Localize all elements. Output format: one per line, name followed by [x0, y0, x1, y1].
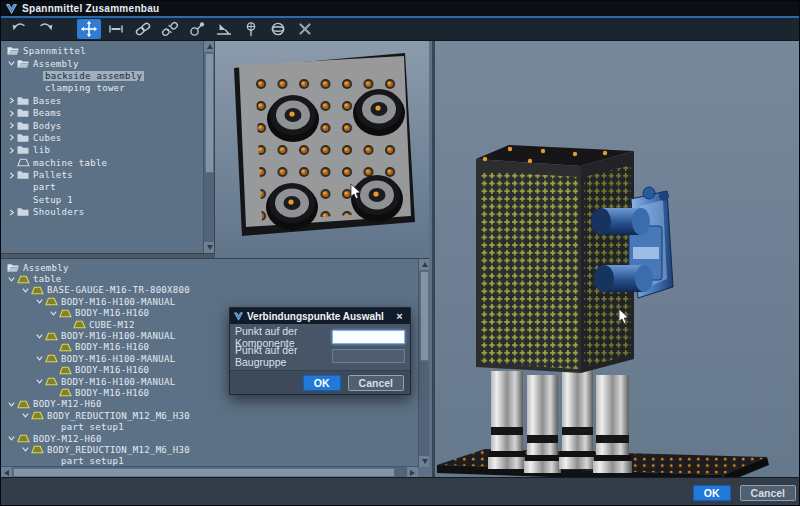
chevron-down-icon[interactable] [49, 309, 59, 318]
chevron-down-icon[interactable] [35, 297, 45, 306]
toolbar-button-redo[interactable] [34, 19, 58, 39]
tree-item-label: BODY-M16-H100-MANUAL [59, 297, 177, 307]
tower-3d-viewport[interactable] [432, 41, 800, 477]
toolbar-button-undo[interactable] [7, 19, 31, 39]
toolbar-button-delete[interactable] [293, 19, 317, 39]
tree-item[interactable]: part [1, 181, 214, 193]
part-icon [45, 332, 59, 341]
toolbar-button-clamp[interactable] [212, 19, 236, 39]
chevron-down-icon[interactable] [21, 445, 31, 454]
tree-item-label: lib [31, 145, 52, 155]
chevron-down-icon[interactable] [35, 332, 45, 341]
tree-item[interactable]: BASE-GAUGE-M16-TR-800X800 [1, 285, 429, 296]
tree-bottom-vertical-scrollbar[interactable] [418, 259, 429, 467]
tree-item[interactable]: Setup 1 [1, 194, 214, 206]
folder-icon [17, 207, 31, 217]
scroll-down-arrow[interactable] [204, 242, 215, 253]
clamp-icon [215, 20, 233, 38]
tree-item[interactable]: BODY_REDUCTION_M12_M6_H30 [1, 410, 429, 421]
toolbar-button-distance[interactable] [104, 19, 128, 39]
folder-open-icon [7, 263, 21, 273]
chevron-right-icon[interactable] [7, 121, 17, 130]
chevron-right-icon[interactable] [7, 133, 17, 142]
folder-icon [17, 170, 31, 180]
tree-item-label: Cubes [31, 133, 64, 143]
chevron-down-icon[interactable] [21, 411, 31, 420]
tree-item-label: BODY-M16-H100-MANUAL [59, 331, 177, 341]
tree-item[interactable]: Spannmittel [1, 45, 214, 57]
scroll-down-arrow[interactable] [419, 456, 429, 467]
tree-item[interactable]: clamping tower [1, 82, 214, 94]
spannmittel-tree-panel: SpannmittelAssemblybackside assemblyclam… [1, 41, 215, 253]
dialog-close-icon[interactable]: × [393, 310, 406, 322]
dialog-cancel-button[interactable]: Cancel [348, 375, 404, 391]
tree-item[interactable]: Assembly [1, 262, 429, 273]
tree-item[interactable]: Shoulders [1, 206, 214, 218]
tree-item[interactable]: machine table [1, 157, 214, 169]
connection-points-dialog: Verbindungspunkte Auswahl × Punkt auf de… [229, 307, 411, 395]
assembly-point-input[interactable] [332, 349, 405, 363]
chevron-down-icon[interactable] [7, 275, 17, 284]
chevron-down-icon[interactable] [35, 377, 45, 386]
plate-3d-viewport[interactable] [215, 41, 429, 258]
tree-top-vertical-scrollbar[interactable] [203, 41, 214, 253]
tree-item[interactable]: BODY-M12-H60 [1, 399, 429, 410]
tree-item[interactable]: backside assembly [1, 70, 214, 82]
spannmittel-tree: SpannmittelAssemblybackside assemblyclam… [1, 45, 214, 218]
scroll-up-arrow[interactable] [419, 259, 429, 270]
chevron-down-icon[interactable] [35, 354, 45, 363]
chevron-down-icon[interactable] [21, 286, 31, 295]
tree-item[interactable]: lib [1, 144, 214, 156]
tree-item[interactable]: BODY-M16-H100-MANUAL [1, 296, 429, 307]
scrollbar-thumb[interactable] [13, 468, 395, 477]
tree-item-label: clamping tower [43, 83, 127, 93]
chevron-down-icon[interactable] [7, 59, 17, 68]
chevron-right-icon[interactable] [7, 171, 17, 180]
scroll-up-arrow[interactable] [204, 41, 215, 52]
chevron-down-icon[interactable] [7, 400, 17, 409]
chevron-right-icon[interactable] [7, 208, 17, 217]
component-point-input[interactable] [332, 330, 405, 344]
scroll-left-arrow[interactable] [1, 467, 12, 477]
folder-icon [17, 96, 31, 106]
toolbar-button-orbit[interactable] [266, 19, 290, 39]
clamping-tower [476, 145, 634, 373]
tree-bottom-horizontal-scrollbar[interactable] [1, 466, 418, 477]
chevron-right-icon[interactable] [7, 96, 17, 105]
folder-icon [17, 121, 31, 131]
tree-item-label: Shoulders [31, 207, 86, 217]
tree-item[interactable]: BODY-M12-H60 [1, 433, 429, 444]
toolbar-button-unlink[interactable] [158, 19, 182, 39]
toolbar-button-pin[interactable] [239, 19, 263, 39]
toolbar-button-move[interactable] [77, 19, 101, 39]
scrollbar-thumb[interactable] [420, 271, 429, 361]
part-icon [17, 400, 31, 409]
scrollbar-thumb[interactable] [205, 53, 214, 173]
tree-item[interactable]: Bodys [1, 119, 214, 131]
tree-item[interactable]: Pallets [1, 169, 214, 181]
dialog-ok-button[interactable]: OK [303, 375, 341, 391]
chevron-down-icon[interactable] [7, 434, 17, 443]
part-icon [45, 297, 59, 306]
tree-item-label: part setup1 [59, 422, 126, 432]
part-icon [31, 286, 45, 295]
tree-item[interactable]: Beams [1, 107, 214, 119]
tree-item[interactable]: BODY_REDUCTION_M12_M6_H30 [1, 444, 429, 455]
unlink-icon [161, 20, 179, 38]
tree-item[interactable]: table [1, 273, 429, 284]
tree-item[interactable]: Assembly [1, 57, 214, 69]
chevron-right-icon[interactable] [7, 109, 17, 118]
chevron-right-icon[interactable] [7, 146, 17, 155]
toolbar-button-link[interactable] [131, 19, 155, 39]
scroll-right-arrow[interactable] [407, 467, 418, 477]
tree-item-label: backside assembly [43, 71, 144, 81]
toolbar [1, 16, 800, 41]
dialog-title-bar[interactable]: Verbindungspunkte Auswahl × [230, 308, 410, 324]
tree-item[interactable]: Bases [1, 95, 214, 107]
footer-cancel-button[interactable]: Cancel [740, 485, 796, 501]
tree-item[interactable]: part setup1 [1, 421, 429, 432]
assembly-point-label: Punkt auf der Baugruppe [235, 344, 332, 368]
toolbar-button-probe[interactable] [185, 19, 209, 39]
tree-item[interactable]: Cubes [1, 132, 214, 144]
footer-ok-button[interactable]: OK [693, 485, 731, 501]
